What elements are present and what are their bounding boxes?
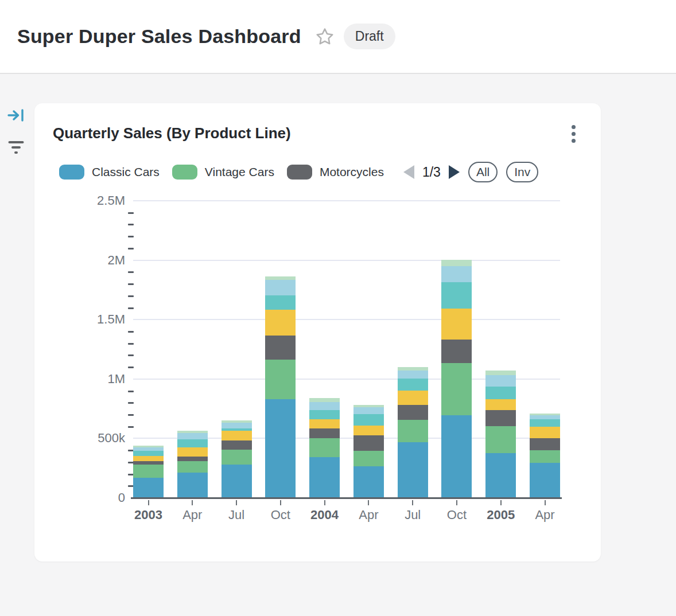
y-axis-minor-tick — [128, 283, 134, 285]
bar-segment[interactable] — [530, 450, 560, 463]
bar-segment[interactable] — [353, 426, 384, 435]
y-axis-minor-tick — [128, 391, 134, 392]
bar-segment[interactable] — [177, 457, 208, 462]
bar-segment[interactable] — [530, 415, 560, 419]
bar-segment[interactable] — [309, 419, 340, 428]
legend-swatch — [59, 165, 84, 180]
x-axis-tick — [148, 500, 149, 505]
bar-segment[interactable] — [441, 309, 472, 340]
bar-segment[interactable] — [441, 363, 472, 415]
bar-segment[interactable] — [222, 440, 252, 450]
bar-segment[interactable] — [353, 435, 384, 451]
bar-segment[interactable] — [441, 266, 472, 282]
bar-segment[interactable] — [309, 428, 340, 438]
bar-segment[interactable] — [133, 451, 164, 456]
bar-segment[interactable] — [441, 415, 472, 498]
bar-segment[interactable] — [398, 405, 428, 420]
bar-segment[interactable] — [353, 407, 384, 414]
bar-segment[interactable] — [398, 420, 428, 442]
bar-segment[interactable] — [309, 398, 340, 402]
bar-segment[interactable] — [222, 431, 252, 440]
bar-segment[interactable] — [398, 367, 428, 371]
select-all-button[interactable]: All — [468, 162, 498, 182]
legend-item-classic-cars[interactable]: Classic Cars — [59, 165, 160, 180]
chart-card: Quarterly Sales (By Product Line) Classi… — [34, 103, 601, 562]
bar-segment[interactable] — [441, 340, 472, 363]
bar-segment[interactable] — [177, 447, 208, 457]
bar-jul-6[interactable] — [398, 367, 428, 498]
x-axis-tick — [192, 500, 193, 505]
bar-segment[interactable] — [353, 451, 384, 466]
bar-segment[interactable] — [309, 410, 340, 419]
bar-segment[interactable] — [177, 473, 208, 498]
bar-segment[interactable] — [398, 391, 428, 405]
bar-oct-7[interactable] — [441, 260, 472, 498]
bar-apr-9[interactable] — [530, 414, 560, 498]
bar-segment[interactable] — [441, 282, 472, 309]
bar-segment[interactable] — [222, 423, 252, 428]
bar-segment[interactable] — [265, 280, 296, 295]
bar-segment[interactable] — [530, 438, 560, 450]
bar-2005-8[interactable] — [485, 371, 516, 498]
bar-segment[interactable] — [222, 465, 252, 498]
x-axis-tick — [236, 500, 237, 505]
legend-next-icon[interactable] — [449, 165, 460, 179]
bar-2004-4[interactable] — [309, 398, 340, 498]
legend-items: Classic CarsVintage CarsMotorcycles — [59, 165, 397, 180]
bar-segment[interactable] — [133, 478, 164, 498]
legend-prev-icon[interactable] — [403, 165, 414, 179]
bar-segment[interactable] — [177, 461, 208, 473]
bar-segment[interactable] — [530, 419, 560, 427]
legend-item-vintage-cars[interactable]: Vintage Cars — [172, 165, 274, 180]
legend-item-motorcycles[interactable]: Motorcycles — [287, 165, 384, 180]
bar-segment[interactable] — [485, 375, 516, 387]
bar-segment[interactable] — [485, 426, 516, 453]
bar-segment[interactable] — [265, 295, 296, 310]
filter-icon[interactable] — [7, 139, 25, 156]
bar-segment[interactable] — [133, 456, 164, 461]
kebab-menu-icon[interactable] — [569, 123, 578, 145]
bar-segment[interactable] — [265, 310, 296, 336]
bar-segment[interactable] — [133, 465, 164, 477]
bar-apr-5[interactable] — [353, 405, 384, 498]
bar-segment[interactable] — [177, 439, 208, 447]
bar-segment[interactable] — [222, 450, 252, 465]
x-axis-label: 2003 — [134, 508, 162, 523]
legend-label: Classic Cars — [92, 165, 160, 179]
bar-segment[interactable] — [485, 410, 516, 426]
bar-segment[interactable] — [485, 387, 516, 399]
bar-segment[interactable] — [441, 260, 472, 267]
legend-swatch — [172, 165, 197, 180]
bar-segment[interactable] — [398, 442, 428, 498]
bar-oct-3[interactable] — [265, 276, 296, 498]
x-axis-label: Apr — [359, 508, 378, 523]
bar-apr-1[interactable] — [177, 431, 208, 498]
x-axis-label: Apr — [182, 508, 202, 523]
bar-segment[interactable] — [265, 399, 296, 498]
invert-selection-button[interactable]: Inv — [506, 162, 538, 182]
bar-segment[interactable] — [309, 457, 340, 498]
star-icon[interactable] — [315, 27, 335, 46]
bar-segment[interactable] — [309, 402, 340, 410]
bar-segment[interactable] — [398, 379, 428, 391]
bar-segment[interactable] — [265, 336, 296, 359]
bar-2003-0[interactable] — [133, 446, 164, 498]
bar-segment[interactable] — [309, 438, 340, 457]
bar-segment[interactable] — [353, 466, 384, 498]
bar-segment[interactable] — [485, 453, 516, 498]
bar-jul-2[interactable] — [222, 420, 252, 498]
y-axis-label: 1M — [107, 372, 125, 387]
bar-segment[interactable] — [398, 371, 428, 378]
bar-segment[interactable] — [265, 360, 296, 399]
bar-segment[interactable] — [177, 433, 208, 440]
bar-segment[interactable] — [530, 463, 560, 498]
x-axis-label: Oct — [447, 508, 467, 523]
bar-segment[interactable] — [485, 399, 516, 410]
collapse-sidebar-icon[interactable] — [7, 108, 25, 123]
x-axis-tick — [368, 500, 369, 505]
y-axis-label: 500k — [98, 431, 125, 446]
y-axis-minor-tick — [128, 367, 134, 368]
bar-segment[interactable] — [485, 371, 516, 375]
bar-segment[interactable] — [530, 427, 560, 438]
bar-segment[interactable] — [353, 414, 384, 426]
